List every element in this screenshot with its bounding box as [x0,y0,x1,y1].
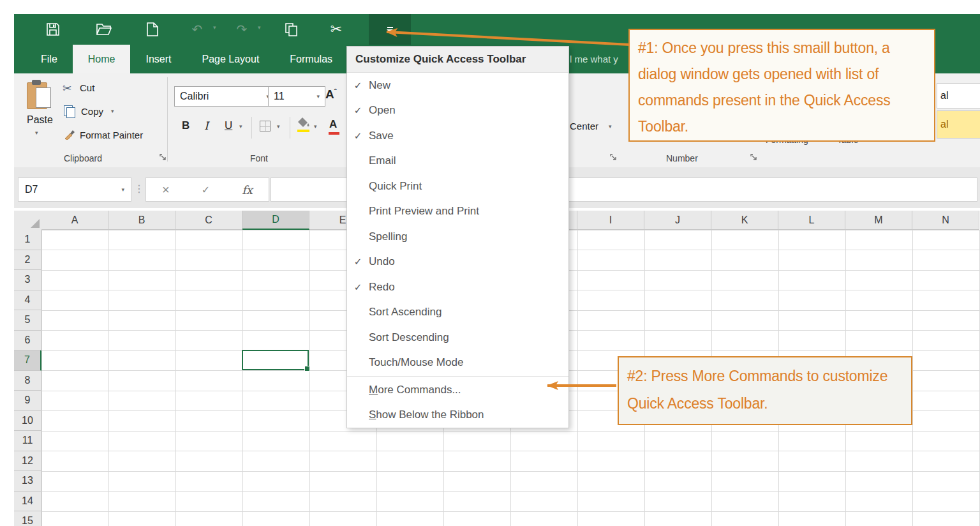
column-header-I[interactable]: I [577,211,644,230]
save-icon[interactable] [38,14,68,45]
menu-item-spelling[interactable]: Spelling [347,224,568,250]
underline-dropdown-icon[interactable]: ▾ [239,123,242,130]
copy-button[interactable]: Copy [81,106,103,117]
format-painter-icon[interactable] [64,130,75,140]
menu-item-redo[interactable]: ✓Redo [347,274,568,300]
row-header-7[interactable]: 7 [14,350,41,371]
enter-icon[interactable]: ✓ [202,184,210,196]
row-header-2[interactable]: 2 [14,250,41,271]
fill-color-dropdown-icon[interactable]: ▾ [314,123,317,130]
merge-center-fragment[interactable]: Center [570,121,598,132]
row-header-15[interactable]: 15 [14,511,41,526]
font-size-combo[interactable]: 11▾ [268,86,325,107]
row-header-9[interactable]: 9 [14,391,41,411]
font-size-dropdown-icon: ▾ [316,93,320,100]
column-header-B[interactable]: B [108,211,175,230]
row-header-3[interactable]: 3 [14,270,41,290]
borders-icon[interactable] [260,121,271,132]
row-header-4[interactable]: 4 [14,290,41,311]
menu-item-sort-ascending[interactable]: Sort Ascending [347,300,568,326]
menu-item-label: Print Preview and Print [369,205,479,218]
menu-item-label: Sort Ascending [369,306,442,319]
column-header-K[interactable]: K [711,211,778,230]
redo-icon[interactable]: ↷ [227,14,256,45]
formula-bar-resize-handle[interactable]: ⋮ [134,183,144,195]
name-box[interactable]: D7 ▾ [18,177,131,202]
column-header-L[interactable]: L [778,211,845,230]
menu-item-more-commands[interactable]: More Commands... [347,377,568,403]
italic-button[interactable]: I [204,119,209,132]
selected-cell-D7[interactable] [242,350,309,370]
borders-dropdown-icon[interactable]: ▾ [277,123,280,130]
row-header-10[interactable]: 10 [14,411,41,432]
column-header-D[interactable]: D [242,211,309,230]
callout-2-text: #2: Press More Commands to customize Qui… [627,368,887,412]
row-header-5[interactable]: 5 [14,310,41,331]
number-dialog-launcher-icon[interactable] [750,154,757,161]
menu-item-email[interactable]: Email [347,149,568,174]
new-document-icon[interactable] [138,14,167,45]
font-name-combo[interactable]: Calibri▾ [174,86,275,107]
row-header-13[interactable]: 13 [14,471,41,492]
checkmark-icon: ✓ [347,256,369,267]
cut-button[interactable]: Cut [80,82,94,93]
column-header-A[interactable]: A [41,211,108,230]
menu-item-save[interactable]: ✓Save [347,123,568,149]
checkmark-icon: ✓ [347,130,369,142]
clipboard-dialog-launcher-icon[interactable] [160,154,167,161]
column-header-N[interactable]: N [912,211,979,230]
column-header-J[interactable]: J [644,211,711,230]
font-name-value: Calibri [180,91,209,102]
menu-item-touch-mouse-mode[interactable]: Touch/Mouse Mode [347,350,568,376]
tab-home[interactable]: Home [73,45,131,73]
column-header-C[interactable]: C [175,211,242,230]
row-header-12[interactable]: 12 [14,451,41,472]
menu-item-label: Email [369,154,396,167]
alignment-dialog-launcher-icon[interactable] [610,154,617,161]
paste-button[interactable]: Paste [27,114,53,126]
tab-file[interactable]: File [26,45,73,73]
column-header-M[interactable]: M [845,211,912,230]
copy-ribbon-icon[interactable] [64,105,77,118]
tab-page-layout[interactable]: Page Layout [186,45,274,73]
paste-icon[interactable] [27,80,52,110]
paste-dropdown-icon[interactable]: ▾ [35,130,38,136]
cut-ribbon-icon[interactable]: ✂ [63,82,71,95]
fill-color-icon[interactable] [297,117,310,128]
undo-dropdown-icon[interactable]: ▾ [213,24,216,31]
underline-button[interactable]: U [225,119,232,132]
increase-font-size-icon[interactable]: Aˆ [325,87,336,101]
menu-item-label: Open [369,104,396,117]
redo-dropdown-icon[interactable]: ▾ [258,24,261,31]
menu-item-quick-print[interactable]: Quick Print [347,174,568,199]
row-header-8[interactable]: 8 [14,371,41,391]
bold-button[interactable]: B [182,119,189,132]
tab-insert[interactable]: Insert [130,45,186,73]
menu-item-sort-descending[interactable]: Sort Descending [347,325,568,350]
menu-item-new[interactable]: ✓New [347,73,568,98]
cell-style-neutral-chip[interactable]: al [937,110,980,139]
insert-function-icon[interactable]: fx [242,183,253,197]
menu-item-open[interactable]: ✓Open [347,98,568,124]
menu-item-show-below-the-ribbon[interactable]: Show Below the Ribbon [347,403,568,428]
menu-item-undo[interactable]: ✓Undo [347,250,568,275]
menu-item-print-preview-and-print[interactable]: Print Preview and Print [347,199,568,225]
row-header-11[interactable]: 11 [14,431,41,451]
row-header-6[interactable]: 6 [14,331,41,351]
copy-icon[interactable] [277,14,306,45]
menu-item-label: Undo [369,255,395,268]
open-icon[interactable] [89,14,119,45]
customize-quick-access-toolbar-button[interactable] [369,14,411,45]
cancel-icon[interactable]: × [162,183,170,197]
merge-center-dropdown-icon[interactable]: ▾ [609,123,612,130]
tab-formulas[interactable]: Formulas [274,45,348,73]
row-header-1[interactable]: 1 [14,230,41,250]
select-all-corner[interactable] [14,211,42,230]
cell-style-normal-chip[interactable]: al [937,83,980,109]
cut-icon[interactable]: ✂ [322,14,351,45]
copy-dropdown-icon[interactable]: ▾ [111,108,114,114]
undo-icon[interactable]: ↶ [182,14,212,45]
font-color-icon[interactable]: A [329,118,337,131]
row-header-14[interactable]: 14 [14,492,41,512]
format-painter-button[interactable]: Format Painter [80,130,143,140]
